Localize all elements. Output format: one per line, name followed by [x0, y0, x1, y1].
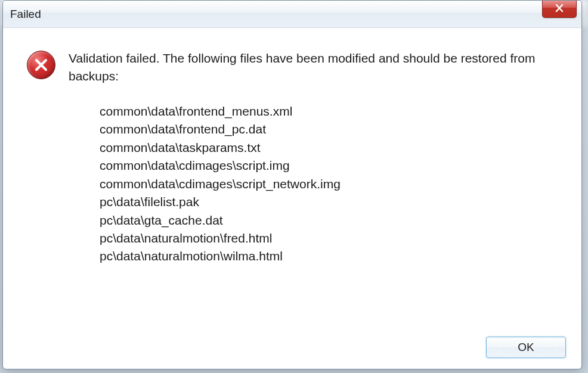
file-item: common\data\taskparams.txt: [100, 139, 564, 157]
ok-button[interactable]: OK: [486, 337, 566, 358]
window-title: Failed: [10, 8, 41, 21]
file-item: common\data\cdimages\script.img: [100, 157, 564, 175]
file-item: pc\data\gta_cache.dat: [100, 212, 564, 229]
dialog-window: Failed Validation failed. The following …: [2, 0, 582, 369]
main-message: Validation failed. The following files h…: [69, 49, 564, 86]
file-item: common\data\cdimages\script_network.img: [100, 175, 564, 193]
file-list: common\data\frontend_menus.xml common\da…: [69, 102, 564, 266]
error-icon: [27, 51, 55, 79]
close-icon: [555, 4, 564, 14]
file-item: pc\data\naturalmotion\fred.html: [100, 229, 564, 247]
titlebar: Failed: [3, 1, 581, 28]
file-item: common\data\frontend_menus.xml: [100, 102, 564, 120]
close-button[interactable]: [542, 0, 577, 18]
message-area: Validation failed. The following files h…: [69, 49, 564, 266]
dialog-content: Validation failed. The following files h…: [3, 28, 581, 278]
button-area: OK: [486, 337, 566, 358]
file-item: pc\data\naturalmotion\wilma.html: [100, 247, 564, 265]
file-item: common\data\frontend_pc.dat: [100, 120, 564, 138]
file-item: pc\data\filelist.pak: [100, 193, 564, 211]
